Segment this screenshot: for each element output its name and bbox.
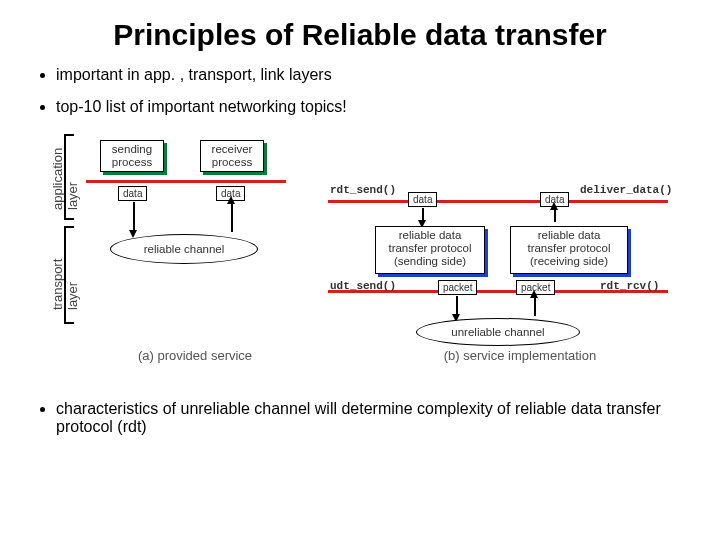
bullet-3: characteristics of unreliable channel wi…	[56, 400, 720, 436]
box-sending-process: sending process	[100, 140, 164, 172]
redline-left-top	[86, 180, 286, 183]
box-sending-protocol: reliable data transfer protocol (sending…	[375, 226, 485, 274]
arrow-up-icon	[530, 290, 538, 298]
packetbox-send: packet	[438, 280, 477, 295]
bullet-list-bottom: characteristics of unreliable channel wi…	[0, 400, 720, 436]
fn-rdt-send: rdt_send()	[330, 184, 396, 196]
fn-deliver-data: deliver_data()	[580, 184, 672, 196]
arrow-up-icon	[550, 202, 558, 210]
redline-right-top	[328, 200, 668, 203]
diagram: application layer transport layer sendin…	[40, 130, 680, 390]
label-reliable-channel: reliable channel	[144, 243, 225, 255]
page-title: Principles of Reliable data transfer	[0, 0, 720, 58]
fn-rdt-rcv: rdt_rcv()	[600, 280, 659, 292]
databox-right-send: data	[408, 192, 437, 207]
bullet-1: important in app. , transport, link laye…	[56, 66, 720, 84]
bullet-list: important in app. , transport, link laye…	[0, 66, 720, 116]
label-unreliable-channel: unreliable channel	[451, 326, 544, 338]
box-receiver-process: receiver process	[200, 140, 264, 172]
caption-b: (b) service implementation	[390, 348, 650, 363]
oval-unreliable-channel: unreliable channel	[416, 318, 580, 346]
databox-left-send: data	[118, 186, 147, 201]
arrow-up-icon	[227, 196, 235, 204]
bullet-2: top-10 list of important networking topi…	[56, 98, 720, 116]
caption-a: (a) provided service	[100, 348, 290, 363]
fn-udt-send: udt_send()	[330, 280, 396, 292]
box-receiving-protocol: reliable data transfer protocol (receivi…	[510, 226, 628, 274]
oval-reliable-channel: reliable channel	[110, 234, 258, 264]
